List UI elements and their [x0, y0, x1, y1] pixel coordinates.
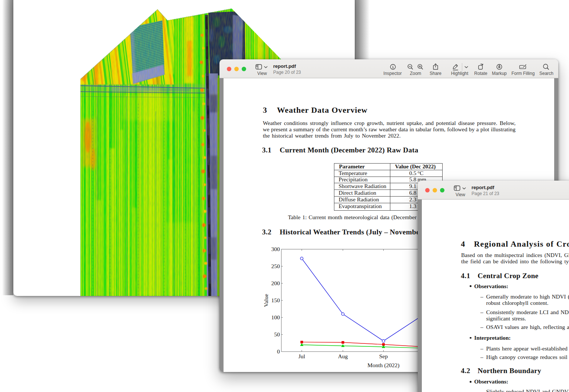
svg-text:300: 300	[271, 246, 280, 252]
svg-text:Jul: Jul	[298, 353, 305, 359]
svg-text:250: 250	[271, 263, 280, 269]
svg-text:Aug: Aug	[338, 353, 348, 359]
svg-text:150: 150	[271, 297, 280, 303]
svg-text:Sep: Sep	[379, 353, 388, 359]
svg-text:50: 50	[274, 331, 280, 337]
svg-text:0: 0	[277, 348, 280, 355]
svg-text:Month (2022): Month (2022)	[367, 362, 400, 369]
svg-text:200: 200	[271, 280, 280, 286]
svg-text:100: 100	[271, 314, 280, 320]
svg-text:Value: Value	[263, 294, 269, 307]
